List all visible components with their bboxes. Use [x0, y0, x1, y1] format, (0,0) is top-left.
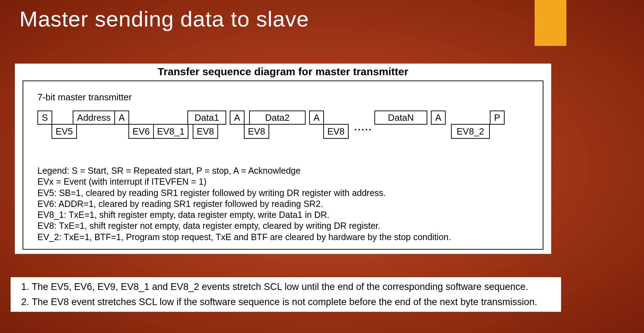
seq-data1: Data1 [187, 111, 226, 125]
note-1: The EV5, EV6, EV9, EV8_1 and EV8_2 event… [32, 279, 556, 295]
diagram-subhead: 7-bit master transmitter [37, 92, 536, 103]
seq-data2: Data2 [249, 111, 306, 125]
seq-start: S [37, 111, 52, 125]
legend-line-2: EVx = Event (with interrupt if ITEVFEN =… [37, 176, 536, 187]
diagram-panel: Transfer sequence diagram for master tra… [15, 64, 551, 254]
legend-line-7: EV_2: TxE=1, BTF=1, Program stop request… [37, 232, 536, 243]
sequence-diagram: S Address A Data1 A Data2 A DataN A P EV… [37, 111, 536, 144]
slide-title: Master sending data to slave [19, 6, 309, 31]
seq-ev8-c: EV8 [323, 124, 349, 139]
seq-ack-4: A [431, 111, 446, 125]
seq-ev8-b: EV8 [244, 124, 269, 139]
seq-ev6: EV6 [128, 124, 154, 139]
diagram-title: Transfer sequence diagram for master tra… [15, 64, 551, 81]
seq-ack-2: A [230, 111, 245, 125]
seq-ev8-1: EV8_1 [153, 124, 188, 139]
seq-stop: P [490, 111, 505, 125]
seq-dots: ..... [354, 122, 372, 133]
legend-line-3: EV5: SB=1, cleared by reading SR1 regist… [37, 188, 536, 198]
accent-bar [535, 0, 566, 46]
legend-line-6: EV8: TxE=1, shift register not empty, da… [37, 220, 536, 231]
seq-datan: DataN [374, 111, 427, 125]
seq-ev8-a: EV8 [193, 124, 218, 139]
note-2: The EV8 event stretches SCL low if the s… [32, 295, 556, 310]
seq-ack-3: A [309, 111, 324, 125]
notes-panel: The EV5, EV6, EV9, EV8_1 and EV8_2 event… [11, 277, 561, 312]
seq-ev5: EV5 [52, 124, 77, 139]
legend-line-5: EV8_1: TxE=1, shift register empty, data… [37, 209, 536, 220]
seq-address: Address [73, 111, 115, 125]
legend-line-1: Legend: S = Start, SR = Repeated start, … [37, 165, 536, 176]
legend-block: Legend: S = Start, SR = Repeated start, … [37, 165, 536, 243]
seq-ack-1: A [114, 111, 129, 125]
legend-line-4: EV6: ADDR=1, cleared by reading SR1 regi… [37, 198, 536, 209]
diagram-frame: 7-bit master transmitter S Address A Dat… [23, 81, 543, 250]
seq-ev8-2: EV8_2 [451, 124, 490, 139]
